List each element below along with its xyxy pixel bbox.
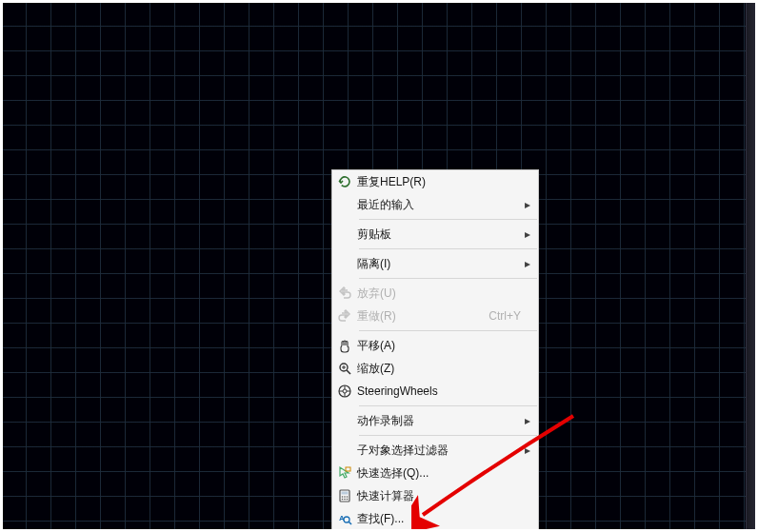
menu-separator xyxy=(359,278,537,279)
menu-label: 子对象选择过滤器 xyxy=(357,443,521,459)
svg-point-14 xyxy=(347,499,349,501)
submenu-arrow-icon: ▸ xyxy=(521,227,530,241)
submenu-arrow-icon: ▸ xyxy=(521,414,530,427)
menu-separator xyxy=(359,405,537,406)
menu-recent-input[interactable]: 最近的输入 ▸ xyxy=(332,193,538,216)
svg-point-5 xyxy=(343,389,347,393)
menu-label: 隔离(I) xyxy=(357,256,521,272)
steering-wheel-icon xyxy=(332,380,357,403)
svg-line-1 xyxy=(347,370,350,374)
menu-separator xyxy=(359,219,537,220)
calculator-icon xyxy=(332,484,357,507)
submenu-arrow-icon: ▸ xyxy=(521,443,530,457)
menu-label: 最近的输入 xyxy=(357,197,521,213)
menu-zoom[interactable]: 缩放(Z) xyxy=(332,357,538,380)
svg-point-10 xyxy=(344,496,346,498)
menu-clipboard[interactable]: 剪贴板 ▸ xyxy=(332,223,538,246)
redo-icon xyxy=(332,305,357,327)
find-icon: A xyxy=(332,507,357,530)
menu-steering-wheels[interactable]: SteeringWheels xyxy=(332,380,538,403)
menu-label: 平移(A) xyxy=(357,338,521,354)
vertical-scrollbar[interactable] xyxy=(746,3,755,529)
svg-point-11 xyxy=(347,496,349,498)
menu-separator xyxy=(359,248,537,249)
menu-label: 缩放(Z) xyxy=(357,361,521,377)
menu-subobject-filter[interactable]: 子对象选择过滤器 ▸ xyxy=(332,439,538,462)
menu-label: 快速计算器 xyxy=(357,488,521,504)
svg-line-17 xyxy=(349,522,351,524)
submenu-arrow-icon: ▸ xyxy=(521,257,530,270)
undo-icon xyxy=(332,282,357,305)
svg-rect-6 xyxy=(346,467,350,471)
svg-point-9 xyxy=(342,496,344,498)
quick-select-icon xyxy=(332,462,357,484)
menu-quick-calc[interactable]: 快速计算器 xyxy=(332,484,538,507)
menu-isolate[interactable]: 隔离(I) ▸ xyxy=(332,252,538,275)
menu-label: 快速选择(Q)... xyxy=(357,465,521,482)
menu-label: 放弃(U) xyxy=(357,286,521,302)
menu-pan[interactable]: 平移(A) xyxy=(332,334,538,357)
submenu-arrow-icon: ▸ xyxy=(521,198,530,211)
context-menu: 重复HELP(R) 最近的输入 ▸ 剪贴板 ▸ 隔离(I) ▸ 放弃(U) 重做… xyxy=(331,169,539,532)
svg-point-13 xyxy=(344,499,346,501)
menu-shortcut: Ctrl+Y xyxy=(489,309,521,323)
menu-label: 动作录制器 xyxy=(357,413,521,429)
menu-find[interactable]: A 查找(F)... xyxy=(332,507,538,530)
menu-undo: 放弃(U) xyxy=(332,282,538,305)
zoom-icon xyxy=(332,357,357,380)
menu-separator xyxy=(359,330,537,331)
menu-label: SteeringWheels xyxy=(357,384,521,398)
repeat-icon xyxy=(332,170,357,193)
svg-rect-8 xyxy=(342,492,349,495)
menu-action-recorder[interactable]: 动作录制器 ▸ xyxy=(332,409,538,432)
menu-separator xyxy=(359,435,537,436)
menu-label: 重做(R) xyxy=(357,308,481,325)
menu-repeat-help[interactable]: 重复HELP(R) xyxy=(332,170,538,193)
menu-redo: 重做(R) Ctrl+Y xyxy=(332,305,538,327)
svg-point-12 xyxy=(342,499,344,501)
pan-icon xyxy=(332,334,357,357)
menu-quick-select[interactable]: 快速选择(Q)... xyxy=(332,462,538,484)
menu-label: 查找(F)... xyxy=(357,511,521,527)
menu-label: 剪贴板 xyxy=(357,227,521,243)
menu-label: 重复HELP(R) xyxy=(357,174,521,190)
